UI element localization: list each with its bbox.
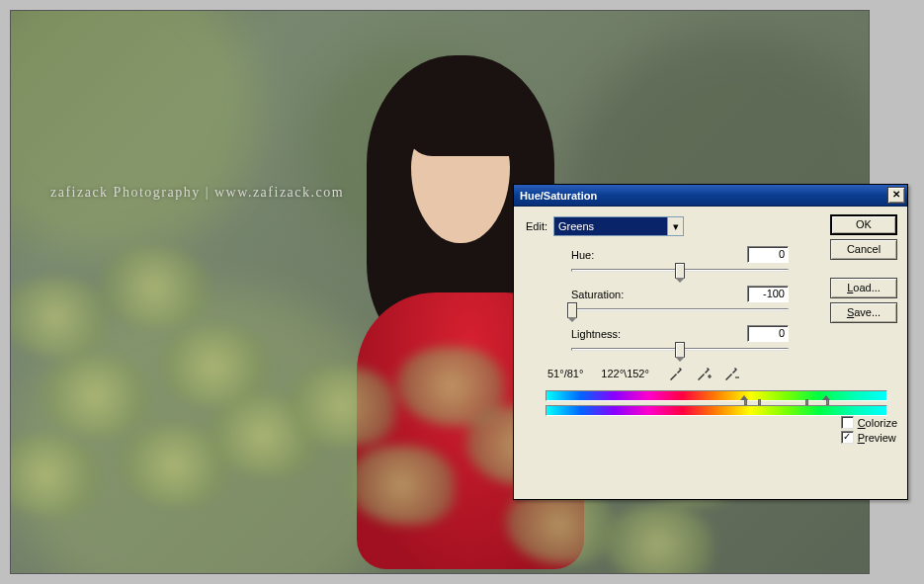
saturation-input[interactable]: -100: [747, 286, 789, 302]
dialog-titlebar[interactable]: Hue/Saturation ✕: [514, 185, 907, 207]
spectrum-bottom: [546, 405, 887, 416]
lightness-label: Lightness:: [571, 328, 621, 340]
preview-checkbox-box: ✓: [841, 431, 854, 444]
ok-button[interactable]: OK: [830, 214, 897, 235]
lightness-input[interactable]: 0: [747, 325, 789, 342]
hue-saturation-dialog: Hue/Saturation ✕ Edit: Greens ▾ Hue: 0 S…: [513, 184, 908, 500]
lightness-slider[interactable]: [571, 348, 789, 351]
hue-label: Hue:: [571, 249, 594, 261]
edit-combobox-value: Greens: [558, 220, 594, 232]
eyedropper-plus-icon[interactable]: [695, 365, 713, 382]
colorize-label-rest: olorize: [866, 417, 897, 429]
range-left-text: 51°/81°: [547, 368, 583, 379]
chevron-down-icon: ▾: [667, 217, 683, 235]
hue-input[interactable]: 0: [747, 246, 789, 263]
lightness-slider-thumb[interactable]: [675, 342, 685, 358]
saturation-slider-thumb[interactable]: [567, 302, 577, 318]
edit-label: Edit:: [526, 220, 547, 232]
save-button[interactable]: Save...: [830, 302, 897, 323]
preview-checkbox[interactable]: ✓ Preview: [841, 431, 897, 444]
dialog-title: Hue/Saturation: [520, 190, 597, 202]
load-button[interactable]: Load...: [830, 278, 897, 298]
colorize-checkbox[interactable]: Colorize: [841, 416, 897, 429]
saturation-slider[interactable]: [571, 308, 789, 311]
saturation-label: Saturation:: [571, 289, 624, 300]
hue-slider[interactable]: [571, 269, 789, 272]
cancel-button[interactable]: Cancel: [830, 239, 897, 260]
eyedropper-minus-icon[interactable]: [722, 365, 740, 382]
colorize-checkbox-box: [841, 416, 854, 429]
edit-combobox[interactable]: Greens ▾: [553, 216, 684, 236]
range-right-text: 122°\152°: [601, 368, 649, 379]
watermark-text: zafizack Photography | www.zafizack.com: [50, 185, 344, 201]
spectrum-bars[interactable]: [546, 390, 887, 420]
preview-label-rest: review: [865, 432, 896, 444]
hue-slider-thumb[interactable]: [675, 263, 685, 279]
close-button[interactable]: ✕: [887, 187, 905, 204]
eyedropper-icon[interactable]: [667, 365, 685, 382]
save-button-rest: ave...: [854, 306, 881, 318]
spectrum-top: [546, 390, 887, 401]
close-icon: ✕: [892, 189, 900, 200]
load-button-rest: oad...: [853, 282, 881, 293]
